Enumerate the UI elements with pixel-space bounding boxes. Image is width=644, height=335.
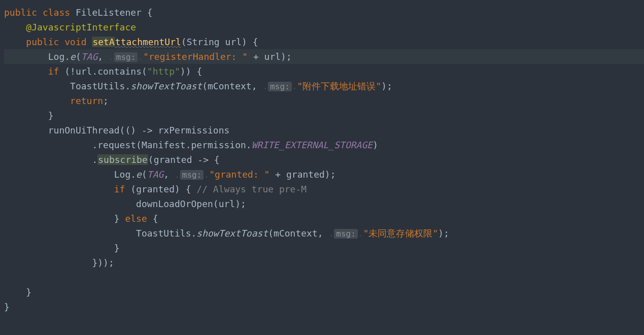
method-call: e — [70, 51, 76, 62]
param-hint: msg: — [334, 229, 358, 239]
operator-not: ! — [70, 66, 76, 77]
param: granted — [154, 154, 192, 165]
code-line[interactable]: })); — [4, 255, 644, 270]
code-line[interactable]: return; — [4, 93, 644, 108]
type: String — [187, 37, 220, 47]
identifier: Log — [48, 51, 65, 62]
string-literal: "http" — [147, 66, 180, 77]
code-line[interactable]: @JavascriptInterface — [4, 20, 644, 35]
keyword-class: class — [43, 7, 70, 18]
keyword-return: return — [70, 95, 103, 106]
code-line[interactable]: runOnUiThread(() -> rxPermissions — [4, 123, 644, 138]
string-literal: "附件下载地址错误" — [297, 81, 382, 91]
string-literal: "未同意存储权限" — [363, 228, 438, 239]
identifier: url — [76, 66, 92, 77]
brace: { — [147, 7, 153, 18]
lambda-arrow: -> — [192, 154, 214, 165]
paren: ( — [181, 37, 187, 47]
operator: + — [269, 169, 286, 180]
method-call: downLoadOrOpen — [136, 198, 213, 209]
code-line[interactable]: ToastUtils.showTextToast(mContext, .msg:… — [4, 79, 644, 93]
field: TAG — [147, 169, 164, 180]
code-line[interactable]: public void setAttachmentUrl(String url)… — [4, 35, 644, 49]
code-line-current[interactable]: Log.e(TAG, .msg:."registerHandler: " + u… — [4, 49, 644, 64]
keyword-public: public — [26, 37, 59, 47]
operator: + — [248, 51, 264, 62]
code-line[interactable]: } — [4, 108, 644, 123]
identifier: mContext — [208, 81, 252, 91]
method-call: e — [136, 169, 142, 180]
code-line[interactable]: ToastUtils.showTextToast(mContext, .msg:… — [4, 226, 644, 241]
lambda-arrow: -> — [136, 125, 158, 136]
string-literal: "granted: " — [209, 169, 269, 180]
code-line[interactable]: } — [4, 299, 644, 314]
method-name-highlighted: setA — [92, 37, 115, 47]
class-name: FileListener — [76, 7, 142, 18]
code-line[interactable]: Log.e(TAG, .msg:."granted: " + granted); — [4, 167, 644, 182]
code-line[interactable]: } — [4, 241, 644, 255]
code-line[interactable]: downLoadOrOpen(url); — [4, 196, 644, 211]
code-line[interactable]: } else { — [4, 211, 644, 226]
keyword-void: void — [64, 37, 86, 47]
identifier: mContext — [274, 228, 318, 239]
constant: WRITE_EXTERNAL_STORAGE — [252, 140, 372, 150]
code-line[interactable] — [4, 270, 644, 285]
method-call: contains — [97, 66, 142, 77]
string-literal: "registerHandler: " — [143, 51, 248, 62]
paren: ) — [242, 37, 247, 47]
identifier: Log — [114, 169, 131, 180]
code-line[interactable]: public class FileListener { — [4, 5, 644, 20]
keyword-else: else — [125, 213, 147, 224]
identifier: rxPermissions — [158, 125, 229, 136]
code-editor[interactable]: public class FileListener { @JavascriptI… — [0, 5, 644, 314]
param: url — [225, 37, 242, 47]
comment: // Always true pre-M — [196, 184, 307, 194]
code-line[interactable]: .request(Manifest.permission.WRITE_EXTER… — [4, 138, 644, 152]
method-call: showTextToast — [130, 81, 202, 91]
identifier: granted — [136, 184, 175, 194]
keyword-public: public — [4, 7, 37, 18]
identifier: ToastUtils — [70, 81, 125, 91]
brace: { — [253, 37, 258, 47]
code-line[interactable]: .subscribe(granted -> { — [4, 152, 644, 167]
code-line[interactable]: if (granted) { // Always true pre-M — [4, 182, 644, 196]
identifier: url — [219, 198, 235, 209]
identifier: Manifest — [142, 140, 186, 150]
method-call: runOnUiThread — [48, 125, 120, 136]
code-line[interactable]: } — [4, 285, 644, 299]
method-call: showTextToast — [196, 228, 268, 239]
identifier: ToastUtils — [136, 228, 191, 239]
param-hint: msg: — [268, 82, 292, 91]
param-hint: msg: — [180, 170, 204, 180]
method-call: request — [97, 140, 136, 150]
method-name: ttachmentUrl — [115, 37, 181, 47]
annotation: @JavascriptInterface — [26, 22, 136, 32]
identifier: permission — [191, 140, 246, 150]
field: TAG — [81, 51, 98, 62]
code-line[interactable]: if (!url.contains("http")) { — [4, 64, 644, 79]
method-call-highlighted: subscribe — [97, 154, 148, 165]
keyword-if: if — [48, 66, 59, 77]
param-hint: msg: — [114, 52, 138, 62]
identifier: granted — [286, 169, 325, 180]
identifier: url — [264, 51, 281, 62]
keyword-if: if — [114, 184, 125, 194]
